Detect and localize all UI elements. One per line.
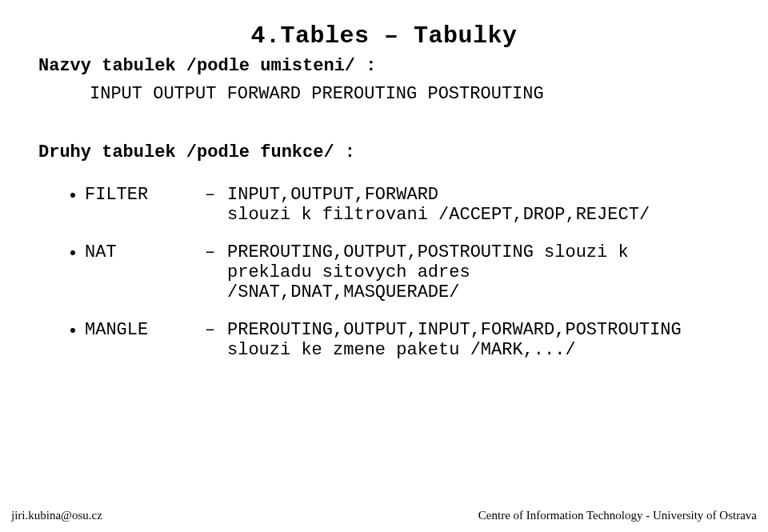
item-line: slouzi k filtrovani /ACCEPT,DROP,REJECT/ xyxy=(227,205,730,225)
item-description: PREROUTING,OUTPUT,INPUT,FORWARD,POSTROUT… xyxy=(227,320,730,360)
item-line: prekladu sitovych adres xyxy=(227,262,730,282)
item-line: INPUT,OUTPUT,FORWARD xyxy=(227,185,730,205)
section2-label: Druhy tabulek /podle funkce/ : xyxy=(38,142,730,162)
item-line: PREROUTING,OUTPUT,POSTROUTING slouzi k xyxy=(227,242,730,262)
item-description: INPUT,OUTPUT,FORWARD slouzi k filtrovani… xyxy=(227,185,730,225)
item-dash: – xyxy=(205,185,227,205)
footer-org: Centre of Information Technology - Unive… xyxy=(478,509,757,522)
item-line: PREROUTING,OUTPUT,INPUT,FORWARD,POSTROUT… xyxy=(227,320,730,340)
item-dash: – xyxy=(205,242,227,262)
list-item: NAT – PREROUTING,OUTPUT,POSTROUTING slou… xyxy=(70,242,730,302)
item-dash: – xyxy=(205,320,227,340)
item-description: PREROUTING,OUTPUT,POSTROUTING slouzi k p… xyxy=(227,242,730,302)
list-item: MANGLE – PREROUTING,OUTPUT,INPUT,FORWARD… xyxy=(70,320,730,360)
list-item: FILTER – INPUT,OUTPUT,FORWARD slouzi k f… xyxy=(70,185,730,225)
item-line: slouzi ke zmene paketu /MARK,.../ xyxy=(227,340,730,360)
item-name: MANGLE xyxy=(75,320,205,340)
section1-label: Nazvy tabulek /podle umisteni/ : xyxy=(38,56,730,76)
footer: jiri.kubina@osu.cz Centre of Information… xyxy=(0,509,768,522)
section1-value: INPUT OUTPUT FORWARD PREROUTING POSTROUT… xyxy=(90,84,730,104)
spacer xyxy=(38,104,730,142)
item-line: /SNAT,DNAT,MASQUERADE/ xyxy=(227,282,730,302)
page-title: 4.Tables – Tabulky xyxy=(38,22,730,50)
item-name: FILTER xyxy=(75,185,205,205)
item-name: NAT xyxy=(75,242,205,262)
footer-email: jiri.kubina@osu.cz xyxy=(11,509,102,522)
spacer xyxy=(38,162,730,185)
document-page: 4.Tables – Tabulky Nazvy tabulek /podle … xyxy=(0,0,768,532)
